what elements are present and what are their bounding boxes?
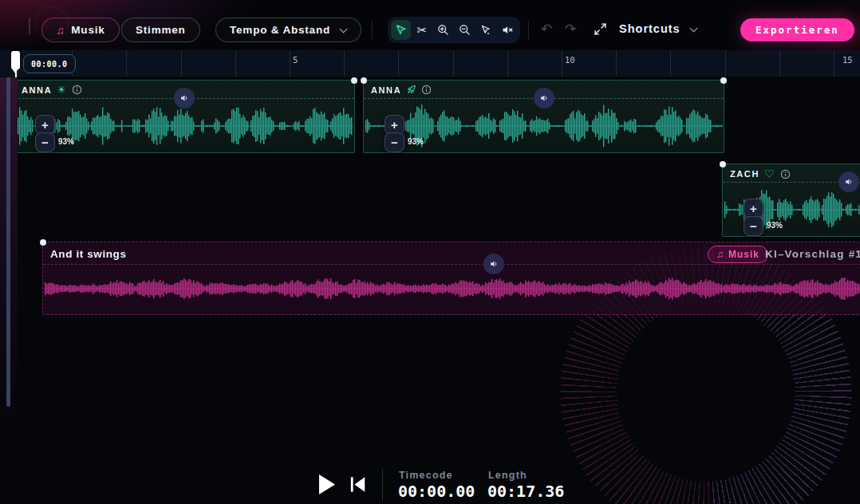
music-clip[interactable]: And it swings ♫ Musik KI–Vorschlag #1 <box>42 242 860 315</box>
scissors-tool-icon: ✂ <box>417 23 428 37</box>
skip-to-start-icon <box>349 476 367 493</box>
transport-bar: Timecode 00:00.00 Length 00:17.36 <box>0 463 860 504</box>
nav-stimmen-label: Stimmen <box>136 24 186 36</box>
timecode-label: Timecode <box>399 470 453 481</box>
pointer-dot-tool-button[interactable] <box>476 20 496 40</box>
info-icon[interactable] <box>780 169 791 179</box>
music-type-badge: ♫ Musik <box>708 246 768 263</box>
toolbar-divider <box>372 21 373 39</box>
skip-to-start-button[interactable] <box>349 476 367 496</box>
ruler-tick-5: 5 <box>293 55 298 65</box>
heart-icon: ♡ <box>764 168 775 179</box>
zoom-out-tool-icon <box>459 24 471 36</box>
scissors-tool-button[interactable]: ✂ <box>412 20 432 40</box>
ai-suggestion-label: KI–Vorschlag #1 <box>765 248 860 260</box>
tool-group: ✂ <box>388 17 520 43</box>
music-clip-title: And it swings <box>50 248 127 260</box>
ruler-tick-10: 10 <box>565 55 575 65</box>
nav-musik-button[interactable]: ♫ Musik <box>41 18 120 42</box>
expand-icon <box>594 22 607 36</box>
clip-speaker-name: ZACH <box>730 169 759 179</box>
redo-button[interactable]: ↷ <box>565 22 576 36</box>
clip-resize-handle[interactable] <box>720 161 726 167</box>
gain-value: 93% <box>408 137 424 146</box>
info-icon[interactable] <box>421 85 432 95</box>
mute-tool-icon <box>501 24 513 36</box>
shortcuts-label: Shortcuts <box>619 22 681 35</box>
audio-editor-app: ♫ Musik Stimmen Tempo & Abstand ✂ <box>0 0 860 504</box>
ruler-tick-15: 15 <box>842 55 853 65</box>
zoom-out-tool-button[interactable] <box>455 20 475 40</box>
pointer-dot-tool-icon <box>480 24 492 36</box>
chevron-down-icon <box>340 25 347 32</box>
speaker-icon <box>489 259 499 269</box>
clip-resize-handle[interactable] <box>361 77 367 84</box>
clip-volume-button[interactable] <box>174 88 195 108</box>
expand-button[interactable] <box>594 22 607 39</box>
music-note-icon: ♫ <box>716 249 724 260</box>
undo-button[interactable]: ↶ <box>541 22 552 36</box>
gain-decrease-button[interactable]: − <box>744 216 763 236</box>
volume-automation-line[interactable] <box>43 264 860 265</box>
waveform <box>44 268 860 309</box>
length-label: Length <box>488 470 527 481</box>
timeline-ruler[interactable]: 00:00.0 5 10 15 <box>0 50 860 77</box>
clip-speaker-name: ANNA <box>22 85 52 95</box>
audio-clip-zach[interactable]: ZACH ♡ + − 93% <box>722 163 860 237</box>
gain-decrease-button[interactable]: − <box>35 132 55 152</box>
shortcuts-button[interactable]: Shortcuts <box>619 22 697 35</box>
transport-divider <box>382 469 383 501</box>
vertical-scrollbar-thumb[interactable] <box>6 21 10 407</box>
cursor-tool-icon <box>395 24 407 36</box>
play-button[interactable] <box>318 474 337 498</box>
music-badge-label: Musik <box>728 249 759 260</box>
clip-volume-button[interactable] <box>483 254 504 274</box>
gain-value: 93% <box>767 221 783 230</box>
timecode-value: 00:00.00 <box>398 482 475 501</box>
sun-icon: ☀ <box>57 85 67 95</box>
speaker-icon <box>179 93 189 103</box>
audio-clip-anna-1[interactable]: ANNA ☀ + − 93% <box>14 80 355 153</box>
nav-stimmen-button[interactable]: Stimmen <box>121 18 200 42</box>
export-button[interactable]: Exportieren <box>740 18 854 41</box>
undo-icon: ↶ <box>541 22 552 37</box>
clip-resize-handle[interactable] <box>720 77 727 84</box>
playhead-timecode-chip: 00:00.0 <box>23 54 76 73</box>
info-icon[interactable] <box>72 85 82 95</box>
toolbar-divider <box>528 21 529 39</box>
zoom-in-tool-icon <box>437 24 449 36</box>
playhead-handle[interactable] <box>11 51 20 69</box>
playhead-timecode-value: 00:00.0 <box>31 60 68 69</box>
clip-resize-handle[interactable] <box>40 239 46 246</box>
clip-resize-handle[interactable] <box>351 77 357 84</box>
decorative-divider <box>29 18 30 35</box>
chevron-down-icon <box>690 24 697 31</box>
nav-tempo-abstand-button[interactable]: Tempo & Abstand <box>215 18 361 42</box>
length-value: 00:17.36 <box>487 482 564 501</box>
clip-volume-button[interactable] <box>534 88 554 108</box>
speaker-icon <box>844 177 854 187</box>
speaker-icon <box>539 93 549 103</box>
gain-value: 93% <box>58 137 74 146</box>
play-icon <box>318 474 337 495</box>
mute-tool-button[interactable] <box>497 20 517 40</box>
cursor-tool-button[interactable] <box>391 20 411 40</box>
clip-volume-button[interactable] <box>838 171 859 192</box>
redo-icon: ↷ <box>565 22 576 37</box>
top-toolbar: ♫ Musik Stimmen Tempo & Abstand ✂ <box>0 0 860 50</box>
zoom-in-tool-button[interactable] <box>433 20 453 40</box>
gain-decrease-button[interactable]: − <box>385 132 404 152</box>
audio-clip-anna-2[interactable]: ANNA + − 93% <box>363 80 724 153</box>
export-label: Exportieren <box>755 24 839 36</box>
nav-tempo-label: Tempo & Abstand <box>230 24 330 36</box>
nav-musik-label: Musik <box>71 24 105 36</box>
rocket-icon <box>406 85 416 95</box>
clip-speaker-name: ANNA <box>371 85 401 95</box>
music-note-icon: ♫ <box>56 24 65 37</box>
